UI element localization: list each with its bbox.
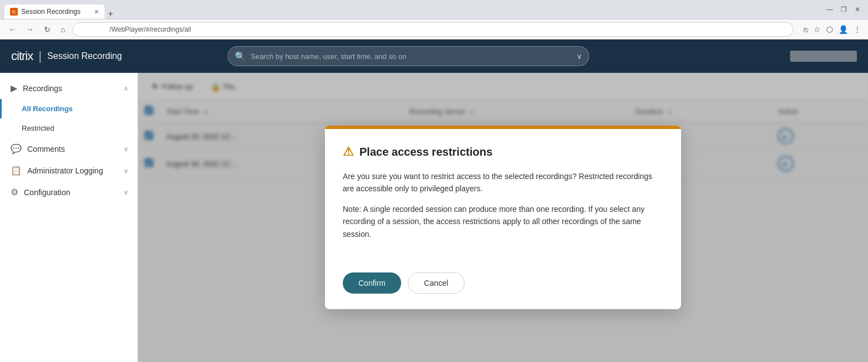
profile-icon[interactable]: 👤 xyxy=(837,24,849,35)
extensions-icon[interactable]: ⬡ xyxy=(825,24,834,35)
app-layout: citrix | Session Recording 🔍 ∨ ▶ Recordi… xyxy=(0,39,868,362)
minimize-button[interactable]: — xyxy=(823,4,836,14)
sidebar-item-restricted[interactable]: Restricted xyxy=(0,118,137,138)
close-tab-button[interactable]: ✕ xyxy=(94,8,99,16)
modal-overlay: ⚠ Place access restrictions Are you sure… xyxy=(138,73,868,362)
dialog-body: ⚠ Place access restrictions Are you sure… xyxy=(325,129,681,264)
sidebar-configuration-label: Configuration xyxy=(24,188,118,197)
address-bar-icons: ⎋ ☆ ⬡ 👤 ⋮ xyxy=(802,24,862,35)
url-bar[interactable] xyxy=(72,22,793,37)
cancel-button[interactable]: Cancel xyxy=(408,272,465,294)
maximize-button[interactable]: ❐ xyxy=(837,4,850,14)
citrix-logo: citrix xyxy=(11,49,33,63)
confirm-button[interactable]: Confirm xyxy=(343,272,401,294)
sidebar-comments-label: Comments xyxy=(27,145,118,153)
sidebar: ▶ Recordings ∧ All Recordings Restricted… xyxy=(0,73,138,362)
user-area xyxy=(790,51,857,62)
admin-logging-chevron-icon: ∨ xyxy=(124,167,129,175)
menu-icon[interactable]: ⋮ xyxy=(852,24,862,35)
search-dropdown-icon[interactable]: ∨ xyxy=(576,52,582,61)
dialog-title-text: Place access restrictions xyxy=(359,146,492,158)
sidebar-item-recordings[interactable]: ▶ Recordings ∧ xyxy=(0,77,137,99)
admin-logging-icon: 📋 xyxy=(11,165,22,176)
home-button[interactable]: ⌂ xyxy=(58,24,68,35)
new-tab-button[interactable]: + xyxy=(106,9,115,19)
recordings-icon: ▶ xyxy=(11,83,17,93)
content-area: ⚑ Follow up 🔒 Pla... xyxy=(138,73,868,362)
dialog-title: ⚠ Place access restrictions xyxy=(343,145,663,159)
reload-button[interactable]: ↻ xyxy=(41,24,53,35)
dialog-text-1: Are you sure you want to restrict access… xyxy=(343,170,663,195)
comments-chevron-icon: ∨ xyxy=(124,145,129,153)
tab-title: Session Recordings xyxy=(21,8,81,16)
sidebar-all-recordings-label: All Recordings xyxy=(22,105,129,113)
search-bar[interactable]: 🔍 ∨ xyxy=(228,46,589,66)
tab-bar: C Session Recordings ✕ + xyxy=(4,0,815,19)
main-content: ▶ Recordings ∧ All Recordings Restricted… xyxy=(0,73,868,362)
app-header: citrix | Session Recording 🔍 ∨ xyxy=(0,39,868,73)
dialog: ⚠ Place access restrictions Are you sure… xyxy=(325,126,681,309)
dialog-text-2: Note: A single recorded session can prod… xyxy=(343,203,663,240)
warning-icon: ⚠ xyxy=(343,145,354,159)
bookmark-icon[interactable]: ☆ xyxy=(812,24,822,35)
sidebar-admin-logging-label: Administrator Logging xyxy=(27,166,118,175)
brand-divider: | xyxy=(38,49,42,63)
share-icon[interactable]: ⎋ xyxy=(802,24,809,35)
recordings-chevron-icon: ∧ xyxy=(124,85,129,92)
brand-title: Session Recording xyxy=(47,51,122,61)
tab-favicon: C xyxy=(10,8,18,16)
sidebar-recordings-label: Recordings xyxy=(23,84,118,93)
sidebar-item-configuration[interactable]: ⚙ Configuration ∨ xyxy=(0,181,137,203)
sidebar-restricted-label: Restricted xyxy=(22,124,129,132)
forward-button[interactable]: → xyxy=(23,24,37,35)
configuration-chevron-icon: ∨ xyxy=(124,189,129,196)
sidebar-item-all-recordings[interactable]: All Recordings xyxy=(0,99,137,118)
comments-icon: 💬 xyxy=(11,143,22,154)
close-window-button[interactable]: ✕ xyxy=(851,4,864,14)
address-bar: ← → ↻ ⌂ ⎋ ☆ ⬡ 👤 ⋮ xyxy=(0,19,868,39)
configuration-icon: ⚙ xyxy=(11,187,18,197)
brand: citrix | Session Recording xyxy=(11,49,122,63)
search-input[interactable] xyxy=(250,52,572,61)
sidebar-item-comments[interactable]: 💬 Comments ∨ xyxy=(0,138,137,160)
browser-chrome: C Session Recordings ✕ + — ❐ ✕ xyxy=(0,0,868,19)
window-controls: — ❐ ✕ xyxy=(823,4,864,14)
dialog-footer: Confirm Cancel xyxy=(325,264,681,309)
sidebar-item-admin-logging[interactable]: 📋 Administrator Logging ∨ xyxy=(0,160,137,181)
back-button[interactable]: ← xyxy=(6,24,19,35)
search-icon: 🔍 xyxy=(235,51,246,62)
browser-tab[interactable]: C Session Recordings ✕ xyxy=(4,4,105,19)
